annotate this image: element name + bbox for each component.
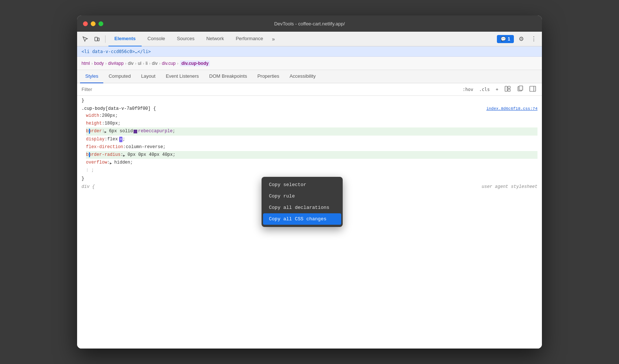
ctx-copy-all-css-changes[interactable]: Copy all CSS changes <box>263 213 341 225</box>
toolbar-right: 💬 1 ⚙ ⋮ <box>497 34 539 44</box>
toggle-sidebar-button[interactable] <box>528 85 537 94</box>
context-menu: Copy selector Copy rule Copy all declara… <box>262 177 343 227</box>
rule-header: .cup-body[data-v-7a0f9f00] { index.8d6c6… <box>77 105 542 112</box>
panel-tab-styles[interactable]: Styles <box>80 70 103 83</box>
add-style-rule-button[interactable]: + <box>494 86 500 93</box>
declaration-height: height: 180px; <box>86 120 537 127</box>
ctx-copy-all-declarations[interactable]: Copy all declarations <box>262 202 343 213</box>
ua-source: user agent stylesheet <box>482 184 537 189</box>
more-options-button[interactable]: ⋮ <box>529 34 539 44</box>
toolbar-divider <box>105 35 106 43</box>
declaration-extra: : ; <box>86 167 537 174</box>
tab-console[interactable]: Console <box>142 32 171 46</box>
tab-performance[interactable]: Performance <box>230 32 269 46</box>
devtools-window: DevTools - coffee-cart.netlify.app/ Elem… <box>77 15 542 349</box>
tab-sources[interactable]: Sources <box>171 32 201 46</box>
breadcrumb: html › body › div#app › div › ul › li › … <box>77 57 542 70</box>
panel-tab-layout[interactable]: Layout <box>136 70 160 83</box>
rule-body: width: 200px; height: 180px; border: ▶ 6… <box>77 112 542 175</box>
breadcrumb-divcup[interactable]: div.cup <box>162 61 176 66</box>
panel-tab-properties[interactable]: Properties <box>252 70 284 83</box>
breadcrumb-html[interactable]: html <box>82 61 90 66</box>
tab-network[interactable]: Network <box>200 32 230 46</box>
breadcrumb-li[interactable]: li <box>146 61 148 66</box>
ctx-copy-selector[interactable]: Copy selector <box>262 179 343 190</box>
close-button[interactable] <box>83 21 88 26</box>
gutter-marker-border <box>89 129 90 134</box>
panel-tab-list: Styles Computed Layout Event Listeners D… <box>77 70 542 83</box>
border-arrow-icon[interactable]: ▶ <box>104 130 108 133</box>
css-rule-cup-body: .cup-body[data-v-7a0f9f00] { index.8d6c6… <box>77 104 542 183</box>
declaration-width: width: 200px; <box>86 112 537 120</box>
svg-rect-4 <box>508 89 510 91</box>
color-swatch-rebeccapurple[interactable] <box>134 130 137 133</box>
filter-input[interactable] <box>82 87 458 92</box>
breadcrumb-div1[interactable]: div <box>128 61 134 66</box>
copy-styles-button[interactable] <box>515 85 525 94</box>
window-title: DevTools - coffee-cart.netlify.app/ <box>274 21 345 27</box>
breadcrumb-divapp[interactable]: div#app <box>108 61 124 66</box>
declaration-border: border: ▶ 6px solid rebeccapurple; <box>86 127 537 135</box>
main-tab-list: Elements Console Sources Network Perform… <box>108 32 495 46</box>
selected-node-display: <li data-v-ccd056c0>…</li> <box>77 46 542 57</box>
declaration-display: display: flex ⊞ ; <box>86 136 537 143</box>
more-tabs-button[interactable]: » <box>269 32 278 46</box>
styles-pane[interactable]: } .cup-body[data-v-7a0f9f00] { index.8d6… <box>77 96 542 349</box>
console-badge-icon: 💬 <box>501 36 506 42</box>
title-bar: DevTools - coffee-cart.netlify.app/ <box>77 15 542 32</box>
hov-button[interactable]: :hov <box>461 86 475 93</box>
ctx-copy-rule[interactable]: Copy rule <box>262 190 343 202</box>
style-sniffer-button[interactable] <box>503 85 512 94</box>
traffic-lights <box>83 21 103 26</box>
inspect-element-icon[interactable] <box>80 34 90 44</box>
breadcrumb-ul[interactable]: ul <box>138 61 141 66</box>
gutter-marker-border-radius <box>89 152 90 157</box>
filter-actions: :hov .cls + <box>461 85 537 94</box>
settings-button[interactable]: ⚙ <box>516 34 526 44</box>
svg-rect-3 <box>508 86 510 88</box>
svg-rect-2 <box>505 86 507 91</box>
console-badge-button[interactable]: 💬 1 <box>497 35 514 43</box>
panel-tab-event-listeners[interactable]: Event Listeners <box>160 70 204 83</box>
ua-selector: div { <box>82 184 95 189</box>
svg-rect-1 <box>98 38 99 41</box>
filter-bar: :hov .cls + <box>77 83 542 96</box>
prev-rule-close: } <box>77 97 542 104</box>
declaration-overflow: overflow: ▶ hidden; <box>86 159 537 167</box>
kebab-icon: ⋮ <box>531 35 537 42</box>
svg-rect-0 <box>95 37 97 41</box>
declaration-border-radius: border-radius: ▶ 0px 0px 40px 40px; <box>86 151 537 159</box>
gear-icon: ⚙ <box>519 35 524 42</box>
device-mode-icon[interactable] <box>92 34 102 44</box>
svg-rect-7 <box>530 86 536 91</box>
flex-badge-icon[interactable]: ⊞ <box>119 137 122 142</box>
minimize-button[interactable] <box>91 21 96 26</box>
declaration-flex-direction: flex-direction: column-reverse; <box>86 143 537 151</box>
panel-tab-dom-breakpoints[interactable]: DOM Breakpoints <box>204 70 252 83</box>
cls-button[interactable]: .cls <box>478 86 491 93</box>
source-link[interactable]: index.8d6c6f18.css:74 <box>486 106 537 111</box>
breadcrumb-body[interactable]: body <box>94 61 104 66</box>
css-selector: .cup-body[data-v-7a0f9f00] { <box>82 106 156 111</box>
panel-tab-accessibility[interactable]: Accessibility <box>284 70 321 83</box>
breadcrumb-divcupbody[interactable]: div.cup-body <box>180 60 210 66</box>
devtools-panel: Elements Console Sources Network Perform… <box>77 32 542 349</box>
panel-tab-computed[interactable]: Computed <box>103 70 136 83</box>
breadcrumb-div2[interactable]: div <box>152 61 158 66</box>
main-toolbar: Elements Console Sources Network Perform… <box>77 32 542 46</box>
border-radius-arrow-icon[interactable]: ▶ <box>123 153 127 157</box>
overflow-arrow-icon[interactable]: ▶ <box>110 161 114 165</box>
maximize-button[interactable] <box>98 21 103 26</box>
svg-rect-6 <box>519 86 523 90</box>
tab-elements[interactable]: Elements <box>108 32 142 46</box>
